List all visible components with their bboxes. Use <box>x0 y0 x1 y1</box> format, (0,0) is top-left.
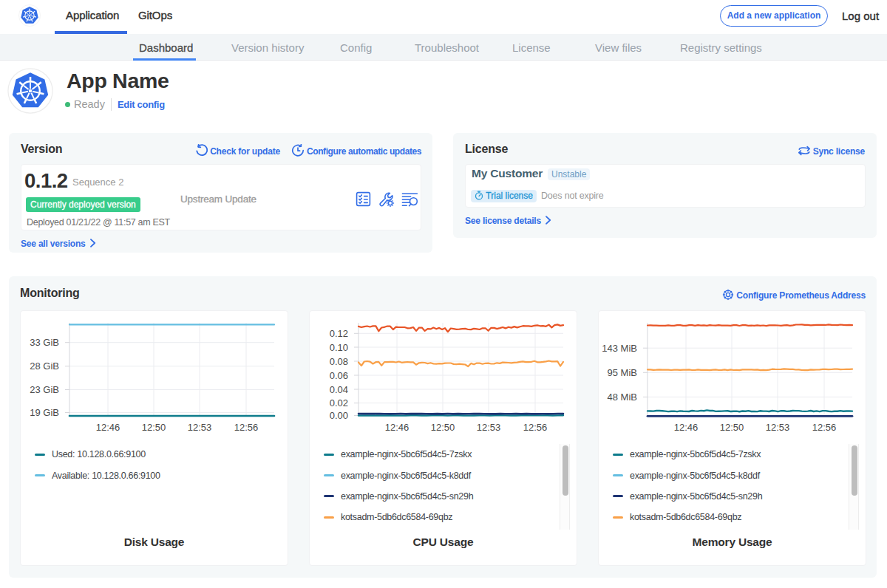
svg-text:12:46: 12:46 <box>96 422 120 433</box>
svg-text:0.08: 0.08 <box>330 356 348 367</box>
svg-text:12:50: 12:50 <box>720 422 744 433</box>
svg-text:33 GiB: 33 GiB <box>30 337 59 348</box>
svg-text:0.12: 0.12 <box>330 328 348 339</box>
svg-text:28 GiB: 28 GiB <box>30 360 59 372</box>
svg-text:143 MiB: 143 MiB <box>602 343 637 354</box>
svg-text:23 GiB: 23 GiB <box>30 384 59 395</box>
svg-text:0.10: 0.10 <box>330 342 348 353</box>
svg-text:12:53: 12:53 <box>766 422 790 433</box>
svg-text:0.02: 0.02 <box>330 397 348 408</box>
svg-text:12:56: 12:56 <box>812 422 837 433</box>
svg-text:12:50: 12:50 <box>431 422 455 433</box>
svg-text:12:53: 12:53 <box>188 422 212 433</box>
svg-text:12:53: 12:53 <box>477 422 501 433</box>
svg-text:12:50: 12:50 <box>142 422 166 433</box>
svg-text:48 MiB: 48 MiB <box>608 392 637 403</box>
svg-text:12:46: 12:46 <box>385 422 409 433</box>
svg-text:0.04: 0.04 <box>330 384 348 395</box>
svg-text:19 GiB: 19 GiB <box>30 407 59 418</box>
svg-text:12:56: 12:56 <box>523 422 548 433</box>
svg-text:0.00: 0.00 <box>330 410 348 421</box>
svg-text:12:46: 12:46 <box>674 422 699 433</box>
svg-text:95 MiB: 95 MiB <box>608 367 637 378</box>
svg-text:0.06: 0.06 <box>330 370 348 381</box>
svg-text:12:56: 12:56 <box>234 422 259 433</box>
